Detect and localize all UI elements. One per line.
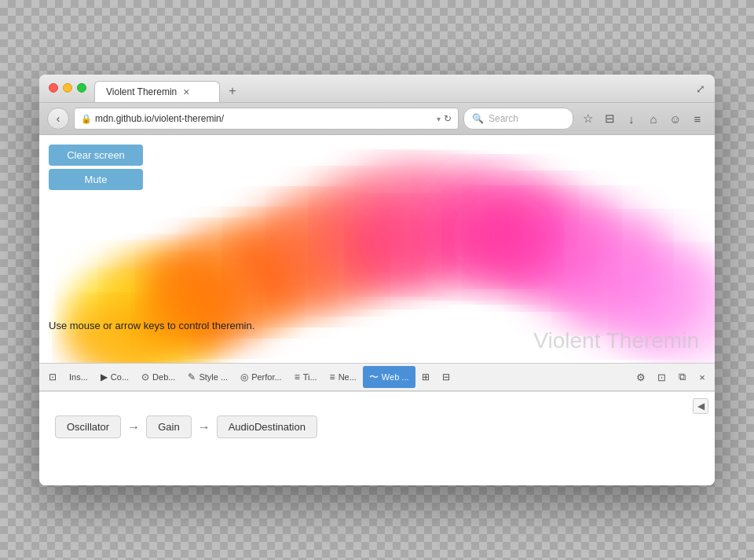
back-icon: ‹ (57, 112, 60, 125)
search-placeholder: Search (489, 113, 518, 124)
arrow-1: → (121, 420, 146, 434)
style-icon: ✎ (188, 372, 196, 382)
audio-graph: Oscillator → Gain → AudioDestination (55, 415, 317, 438)
console-icon: ▶ (101, 372, 108, 382)
style-label: Style ... (199, 372, 228, 382)
toolbar: ‹ 🔒 mdn.github.io/violent-theremin/ ▾ ↻ … (39, 103, 715, 135)
menu-button[interactable]: ≡ (688, 109, 707, 128)
oscillator-label: Oscillator (67, 421, 109, 433)
audio-node-oscillator: Oscillator (55, 415, 121, 438)
instruction-text: Use mouse or arrow keys to control there… (49, 320, 254, 331)
devtools-tab-bar: ⊡ Ins... ▶ Co... ⊙ Deb... ✎ Style ... ◎ … (39, 363, 715, 391)
devtools-close-button[interactable]: × (693, 368, 712, 386)
url-dropdown-icon[interactable]: ▾ (437, 115, 441, 123)
devtools-tab-timeline[interactable]: ≡ Ti... (288, 366, 324, 388)
page-buttons: Clear screen Mute (49, 145, 143, 190)
audio-node-destination: AudioDestination (217, 415, 317, 438)
webaudio-label: Web ... (382, 372, 409, 382)
svg-point-15 (141, 261, 251, 355)
home-button[interactable]: ⌂ (644, 109, 663, 128)
debugger-label: Deb... (152, 372, 175, 382)
toolbar-actions: ☆ ⊟ ↓ ⌂ ☺ ≡ (578, 109, 707, 128)
devtools-tab-console[interactable]: ▶ Co... (94, 366, 135, 388)
network-label: Ne... (339, 372, 357, 382)
url-text: mdn.github.io/violent-theremin/ (95, 113, 434, 124)
title-bar: Violent Theremin × + ⤢ (39, 75, 715, 103)
devtools-right-controls: ⚙ ⊡ ⧉ × (631, 368, 712, 386)
devtools-tab-debugger[interactable]: ⊙ Deb... (135, 366, 181, 388)
devtools-tab-inspector[interactable]: Ins... (63, 366, 94, 388)
timeline-label: Ti... (303, 372, 317, 382)
svg-point-17 (452, 194, 554, 280)
gain-label: Gain (158, 421, 179, 433)
search-icon: 🔍 (472, 113, 484, 124)
active-tab[interactable]: Violent Theremin × (94, 81, 220, 102)
inspector-label: Ins... (69, 372, 88, 382)
lock-icon: 🔒 (81, 114, 92, 124)
devtools-tab-inspector-toggle[interactable]: ⊡ (42, 366, 63, 388)
search-bar[interactable]: 🔍 Search (463, 108, 573, 130)
devtools-popout-button[interactable]: ⧉ (672, 368, 691, 386)
page-content: Clear screen Mute Use mouse or arrow key… (39, 135, 715, 363)
timeline-icon: ≡ (295, 372, 300, 382)
url-bar[interactable]: 🔒 mdn.github.io/violent-theremin/ ▾ ↻ (74, 108, 459, 130)
clear-screen-button[interactable]: Clear screen (49, 145, 143, 166)
refresh-icon[interactable]: ↻ (444, 113, 452, 124)
devtools-panel: ◀ Oscillator → Gain → AudioDestination (39, 391, 715, 485)
minimize-button[interactable] (63, 82, 72, 92)
bookmark-button[interactable]: ☆ (578, 109, 597, 128)
watermark-text: Violent Theremin (533, 328, 699, 353)
devtools-collapse-button[interactable]: ◀ (693, 398, 708, 414)
devtools-tab-webaudio[interactable]: 〜 Web ... (363, 366, 415, 388)
expand-icon[interactable]: ⤢ (696, 82, 705, 95)
tabs-area: Violent Theremin × + (94, 81, 242, 102)
performance-label: Perfor... (251, 372, 282, 382)
devtools-split-button[interactable]: ⊡ (652, 368, 671, 386)
devtools-tab-style[interactable]: ✎ Style ... (181, 366, 234, 388)
svg-point-16 (353, 202, 448, 288)
performance-icon: ◎ (240, 372, 248, 382)
mute-button[interactable]: Mute (49, 169, 143, 190)
pocket-button[interactable]: ⊟ (600, 109, 619, 128)
maximize-button[interactable] (77, 82, 86, 92)
arrow-2: → (192, 420, 217, 434)
back-button[interactable]: ‹ (47, 108, 69, 130)
new-tab-button[interactable]: + (223, 82, 242, 101)
devtools-tab-performance[interactable]: ◎ Perfor... (234, 366, 288, 388)
devtools-settings-button[interactable]: ⚙ (631, 368, 650, 386)
download-button[interactable]: ↓ (622, 109, 641, 128)
traffic-lights (49, 82, 86, 92)
console-label: Co... (111, 372, 129, 382)
tab-title: Violent Theremin (106, 86, 177, 97)
debugger-icon: ⊙ (141, 372, 149, 382)
audio-node-gain: Gain (146, 415, 191, 438)
collapse-icon: ◀ (697, 401, 705, 412)
devtools-tab-storage[interactable]: ⊞ (415, 366, 436, 388)
smiley-button[interactable]: ☺ (666, 109, 685, 128)
tab-close-button[interactable]: × (183, 86, 189, 97)
close-button[interactable] (49, 82, 58, 92)
devtools-tab-network[interactable]: ≡ Ne... (324, 366, 363, 388)
dom-icon: ⊟ (442, 372, 450, 382)
inspector-icon: ⊡ (49, 372, 57, 382)
browser-window: Violent Theremin × + ⤢ ‹ 🔒 mdn.github.io… (39, 75, 715, 485)
devtools-tab-dom[interactable]: ⊟ (436, 366, 456, 388)
destination-label: AudioDestination (229, 421, 306, 433)
network-icon: ≡ (330, 372, 335, 382)
storage-icon: ⊞ (422, 372, 430, 382)
webaudio-icon: 〜 (369, 371, 379, 384)
